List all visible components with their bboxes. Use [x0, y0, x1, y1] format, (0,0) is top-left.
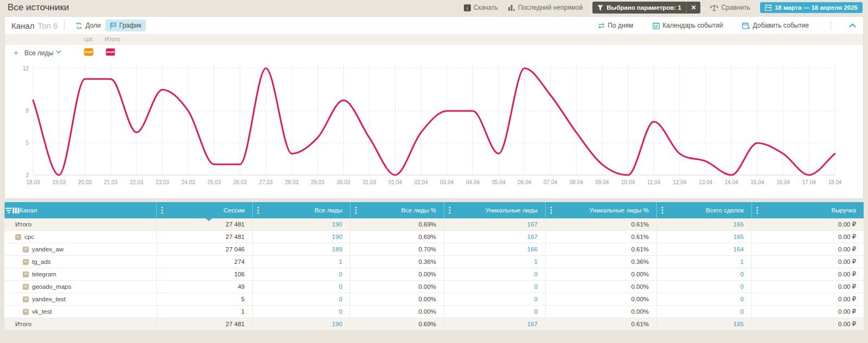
cell-Все лиды[interactable]: 0 — [252, 281, 350, 293]
column-header-2[interactable]: Сессии — [156, 202, 252, 218]
column-header-3[interactable]: Все лиды — [252, 202, 350, 218]
column-label: Все лиды % — [401, 207, 436, 213]
cell-Уникальные лиды %: 0.36% — [545, 256, 656, 268]
cell-Всего сделок[interactable]: 1 — [656, 256, 751, 268]
cell-Все лиды[interactable]: 0 — [252, 293, 350, 305]
cell-Все лиды[interactable]: 0 — [252, 306, 350, 318]
chevron-down-icon[interactable] — [56, 50, 61, 54]
column-menu-icon[interactable] — [661, 206, 663, 214]
x-axis-label: 08.04 — [570, 179, 583, 185]
column-menu-icon[interactable] — [161, 206, 163, 214]
cell-Всего сделок[interactable]: 0 — [656, 306, 751, 318]
column-header-5[interactable]: Уникальные лиды — [444, 202, 545, 218]
shares-toggle[interactable]: Доли — [71, 20, 105, 31]
cell-Уникальные лиды[interactable]: 167 — [444, 318, 545, 330]
channel-label: Итого — [15, 221, 31, 228]
attribution-model-button[interactable]: Последний непрямой — [508, 4, 583, 11]
cell-Всего сделок[interactable]: 0 — [656, 281, 751, 293]
cell-Все лиды[interactable]: 0 — [252, 268, 350, 280]
column-header-4[interactable]: Все лиды % — [350, 202, 444, 218]
legend-row: + Все лиды — [5, 45, 863, 60]
cell-Уникальные лиды[interactable]: 1 — [444, 256, 545, 268]
cell-Уникальные лиды[interactable]: 167 — [444, 231, 545, 243]
x-axis-label: 19.03 — [52, 179, 66, 185]
column-menu-icon[interactable] — [257, 206, 259, 214]
cell-Все лиды[interactable]: 190 — [252, 231, 350, 243]
table-row: +tg_ads27410.36%10.36%10.00 ₽ — [4, 256, 864, 268]
sort-days-icon — [598, 22, 605, 29]
selected-params-button[interactable]: Выбрано параметров: 1 — [592, 2, 686, 14]
legend-header: cpc Итого — [5, 34, 863, 45]
y-axis-label: 12 — [23, 66, 29, 72]
y-axis-label: 8 — [25, 108, 29, 114]
x-axis-label: 29.03 — [311, 179, 324, 185]
column-header-1[interactable]: Канал — [4, 202, 156, 218]
date-range-button[interactable]: 18 марта — 18 апреля 2025 — [760, 2, 863, 13]
metric-selector[interactable]: Все лиды — [24, 49, 53, 57]
x-axis-label: 05.04 — [492, 179, 506, 185]
expand-icon[interactable]: + — [23, 284, 29, 290]
funnel-icon — [597, 5, 603, 11]
cell-Все лиды[interactable]: 1 — [252, 256, 350, 268]
calendar-plus-icon — [742, 22, 750, 29]
filter-icon[interactable] — [5, 208, 12, 213]
events-calendar-button[interactable]: Календарь событий — [648, 20, 727, 31]
channel-label: yandex_aw — [32, 246, 63, 253]
collapse-icon[interactable]: − — [15, 234, 21, 240]
cell-Все лиды[interactable]: 189 — [252, 243, 350, 255]
columns-icon[interactable] — [12, 208, 20, 213]
graph-toggle[interactable]: График — [105, 20, 146, 31]
sort-indicator — [206, 218, 212, 221]
cell-Всего сделок[interactable]: 165 — [656, 318, 751, 330]
cell-Все лиды[interactable]: 190 — [252, 218, 350, 230]
cell-Все лиды[interactable]: 190 — [252, 318, 350, 330]
cell-Всего сделок[interactable]: 165 — [656, 218, 751, 230]
download-button[interactable]: ↓ Скачать — [464, 4, 498, 11]
series-swatch-total[interactable] — [106, 48, 115, 56]
x-axis-label: 24.03 — [182, 179, 195, 185]
column-menu-icon[interactable] — [756, 206, 758, 214]
column-menu-icon[interactable] — [355, 206, 357, 214]
cell-Всего сделок[interactable]: 165 — [656, 231, 751, 243]
close-icon: ✕ — [691, 4, 697, 11]
x-axis-label: 09.04 — [595, 179, 609, 185]
cell-Уникальные лиды[interactable]: 167 — [444, 218, 545, 230]
x-axis-label: 30.03 — [337, 179, 350, 185]
channel-cell: Итого — [4, 218, 156, 230]
top-n-label[interactable]: Топ 6 — [37, 21, 58, 30]
cell-Все лиды %: 0.69% — [350, 231, 444, 243]
cell-Все лиды %: 0.00% — [350, 306, 444, 318]
column-header-8[interactable]: Выручка — [751, 202, 864, 218]
add-metric-button[interactable]: + — [14, 48, 18, 57]
cell-Всего сделок[interactable]: 0 — [656, 293, 751, 305]
cell-Всего сделок[interactable]: 0 — [656, 268, 751, 280]
clear-params-button[interactable]: ✕ — [686, 2, 701, 14]
cell-Сессии: 27 481 — [156, 318, 252, 330]
expand-icon[interactable]: + — [23, 259, 29, 265]
add-event-button[interactable]: Добавить событие — [738, 20, 813, 31]
expand-icon[interactable]: + — [23, 309, 29, 315]
column-header-6[interactable]: Уникальные лиды % — [545, 202, 656, 218]
cell-Уникальные лиды[interactable]: 0 — [444, 281, 545, 293]
column-menu-icon[interactable] — [449, 206, 451, 214]
collapse-chart-icon[interactable] — [848, 23, 857, 28]
dimension-title: Канал — [11, 21, 34, 30]
x-axis-label: 16.04 — [776, 179, 790, 185]
expand-icon[interactable]: + — [23, 296, 29, 302]
cell-Уникальные лиды[interactable]: 166 — [444, 243, 545, 255]
compare-button[interactable]: Сравнить — [710, 4, 750, 11]
cell-Уникальные лиды[interactable]: 0 — [444, 306, 545, 318]
table-row: +vk_test100.00%00.00%00.00 ₽ — [4, 306, 864, 318]
column-header-7[interactable]: Всего сделок — [656, 202, 751, 218]
cell-Всего сделок[interactable]: 164 — [656, 243, 751, 255]
line-chart: 18.0319.0320.0321.0322.0323.0324.0325.03… — [5, 60, 863, 198]
column-menu-icon[interactable] — [550, 206, 552, 214]
column-label: Сессии — [224, 207, 245, 213]
expand-icon[interactable]: + — [23, 271, 29, 277]
cell-Уникальные лиды[interactable]: 0 — [444, 268, 545, 280]
series-swatch-cpc[interactable] — [84, 48, 93, 56]
cell-Уникальные лиды[interactable]: 0 — [444, 293, 545, 305]
cell-Все лиды %: 0.70% — [350, 243, 444, 255]
expand-icon[interactable]: + — [23, 247, 29, 253]
by-days-button[interactable]: По дням — [593, 20, 637, 31]
